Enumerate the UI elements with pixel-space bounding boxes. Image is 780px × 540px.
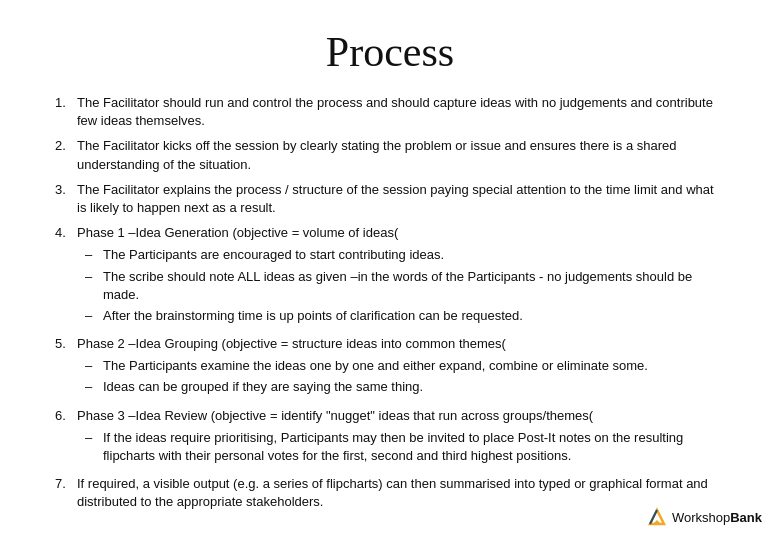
logo-bank: Bank [730,510,762,525]
sub-list-item-text: Ideas can be grouped if they are saying … [103,378,725,396]
list-item: The Facilitator should run and control t… [55,94,725,130]
sub-list-item: The Participants examine the ideas one b… [85,357,725,375]
content-area: The Facilitator should run and control t… [0,94,780,512]
list-item: Phase 1 –Idea Generation (objective = vo… [55,224,725,328]
list-item: If required, a visible output (e.g. a se… [55,475,725,511]
list-item: The Facilitator kicks off the session by… [55,137,725,173]
list-item-text: The Facilitator kicks off the session by… [77,137,725,173]
list-item-text: The Facilitator explains the process / s… [77,181,725,217]
sub-list: The Participants examine the ideas one b… [77,357,725,396]
svg-marker-1 [653,520,661,524]
sub-list-item-text: If the ideas require prioritising, Parti… [103,429,725,465]
sub-list: The Participants are encouraged to start… [77,246,725,325]
sub-list-item-text: The Participants examine the ideas one b… [103,357,725,375]
sub-list-item-text: After the brainstorming time is up point… [103,307,725,325]
sub-list: If the ideas require prioritising, Parti… [77,429,725,465]
page-title: Process [0,0,780,94]
logo-workshop: Workshop [672,510,730,525]
list-item-text: Phase 1 –Idea Generation (objective = vo… [77,224,725,328]
list-item: Phase 2 –Idea Grouping (objective = stru… [55,335,725,400]
workshopbank-icon [646,506,668,528]
sub-list-item: The Participants are encouraged to start… [85,246,725,264]
list-item-text: Phase 3 –Idea Review (objective = identi… [77,407,725,469]
logo-text: WorkshopBank [672,510,762,525]
sub-list-item: If the ideas require prioritising, Parti… [85,429,725,465]
sub-list-item: Ideas can be grouped if they are saying … [85,378,725,396]
process-list: The Facilitator should run and control t… [55,94,725,512]
list-item-text: If required, a visible output (e.g. a se… [77,475,725,511]
sub-list-item: After the brainstorming time is up point… [85,307,725,325]
sub-list-item-text: The scribe should note ALL ideas as give… [103,268,725,304]
sub-list-item-text: The Participants are encouraged to start… [103,246,725,264]
list-item-text: Phase 2 –Idea Grouping (objective = stru… [77,335,725,400]
list-item-text: The Facilitator should run and control t… [77,94,725,130]
sub-list-item: The scribe should note ALL ideas as give… [85,268,725,304]
list-item: The Facilitator explains the process / s… [55,181,725,217]
logo: WorkshopBank [646,506,762,528]
list-item: Phase 3 –Idea Review (objective = identi… [55,407,725,469]
